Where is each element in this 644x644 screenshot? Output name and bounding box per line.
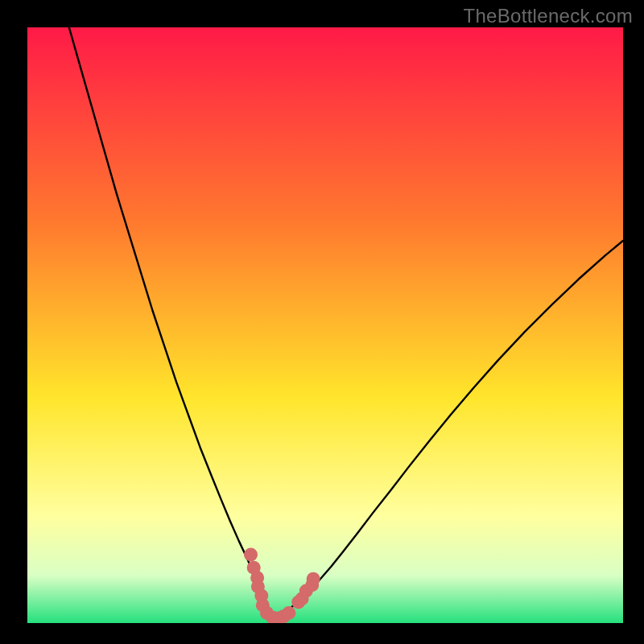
trough-marker	[307, 572, 320, 586]
chart-background	[27, 27, 623, 623]
watermark-text: TheBottleneck.com	[463, 5, 633, 27]
chart-plot-area	[27, 27, 623, 623]
trough-marker	[244, 547, 258, 561]
chart-svg	[27, 27, 623, 623]
trough-marker	[282, 606, 295, 620]
chart-frame: TheBottleneck.com	[0, 0, 644, 644]
